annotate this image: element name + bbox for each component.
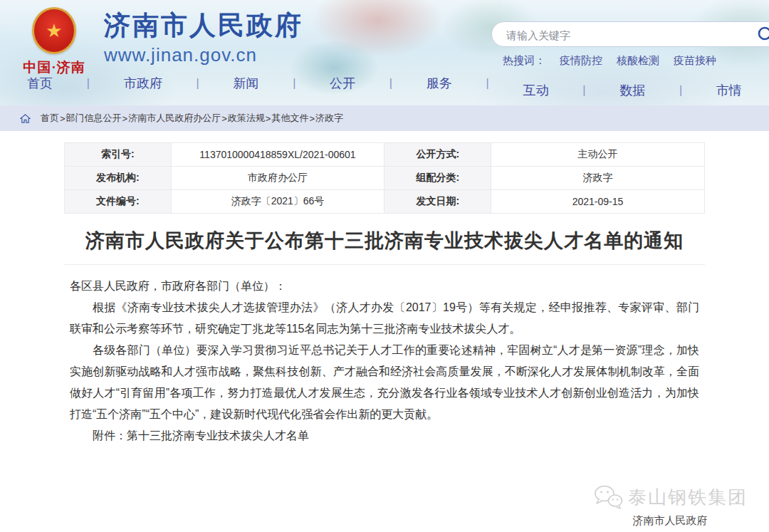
breadcrumb-item-current: 济政字 [315, 112, 343, 125]
document-meta-table: 索引号: 1137010000418859XL/2021-00601 公开方式:… [64, 142, 705, 214]
hot-search-item[interactable]: 核酸检测 [617, 54, 659, 68]
nav-item-home[interactable]: 首页 [27, 77, 53, 90]
table-row: 索引号: 1137010000418859XL/2021-00601 公开方式:… [65, 143, 705, 167]
document-page: 索引号: 1137010000418859XL/2021-00601 公开方式:… [0, 131, 769, 447]
breadcrumb-item-dept-info[interactable]: 部门信息公开 [66, 112, 122, 125]
paragraph-body: 根据《济南专业技术拔尖人才选拔管理办法》（济人才办发〔2017〕19号）等有关规… [70, 297, 699, 340]
meta-label: 组配分类: [384, 167, 491, 190]
nav-item-data[interactable]: 数据 [619, 84, 645, 97]
nav-item-city-info[interactable]: 市情 [716, 84, 742, 97]
nav-item-services[interactable]: 服务 [427, 77, 452, 90]
paragraph-body: 各级各部门（单位）要深入学习贯彻习近平总书记关于人才工作的重要论述精神，牢固树立… [70, 340, 699, 425]
chat-bubbles-icon [592, 484, 624, 510]
search-icon[interactable] [757, 26, 769, 44]
meta-label: 索引号: [65, 143, 172, 167]
meta-value-index-number: 1137010000418859XL/2021-00601 [171, 143, 384, 167]
meta-value-document-number: 济政字〔2021〕66号 [171, 190, 384, 214]
search-box[interactable] [491, 21, 769, 47]
nav-divider: | [679, 85, 682, 96]
breadcrumb-separator: > [221, 113, 227, 124]
watermark-text: 泰山钢铁集团 [628, 485, 748, 510]
meta-label: 发文日期: [384, 190, 491, 214]
nav-divider: | [293, 78, 295, 89]
footer: 泰山钢铁集团 济南市人民政府 [592, 484, 748, 528]
nav-divider: | [582, 85, 585, 96]
meta-label: 文件编号: [65, 190, 172, 214]
nav-divider: | [87, 78, 90, 89]
nav-divider: | [196, 78, 199, 89]
nav-item-openness[interactable]: 公开 [330, 77, 355, 90]
nav-item-government[interactable]: 市政府 [124, 77, 162, 90]
site-header: ★ 中国·济南 济南市人民政府 www.jinan.gov.cn 热搜词： 疫情… [0, 0, 769, 105]
document-body: 各区县人民政府，市政府各部门（单位）： 根据《济南专业技术拔尖人才选拔管理办法》… [64, 276, 705, 447]
breadcrumb-separator: > [60, 113, 66, 124]
breadcrumb-separator: > [309, 113, 315, 124]
meta-value-issuing-agency: 市政府办公厅 [171, 167, 384, 190]
breadcrumb: 首页 > 部门信息公开 > 济南市人民政府办公厅 > 政策法规 > 其他文件 >… [0, 105, 769, 131]
watermark: 泰山钢铁集团 [592, 484, 748, 510]
hot-search-bar: 热搜词： 疫情防控 核酸检测 疫苗接种 [491, 54, 769, 68]
site-logo-link[interactable]: ★ 中国·济南 济南市人民政府 www.jinan.gov.cn [19, 4, 303, 77]
nav-divider: | [486, 78, 489, 89]
breadcrumb-item-office[interactable]: 济南市人民政府办公厅 [128, 112, 221, 125]
nav-divider: | [389, 78, 392, 89]
page-title: 济南市人民政府关于公布第十三批济南专业技术拔尖人才名单的通知 [64, 228, 705, 265]
meta-label: 公开方式: [384, 143, 491, 167]
paragraph-salutation: 各区县人民政府，市政府各部门（单位）： [70, 276, 699, 297]
nav-item-news[interactable]: 新闻 [233, 77, 258, 90]
site-name: 济南市人民政府 [104, 11, 303, 41]
nav-item-interaction[interactable]: 互动 [523, 84, 548, 97]
search-input[interactable] [505, 23, 764, 47]
attachment-link[interactable]: 附件：第十三批济南专业技术拔尖人才名单 [70, 425, 699, 447]
home-icon[interactable] [20, 113, 31, 124]
main-navigation: 首页 | 市政府 | 新闻 | 公开 | 服务 | 互动 | 数据 | 市情 [0, 73, 769, 108]
hot-search-label: 热搜词： [503, 54, 545, 68]
table-row: 发布机构: 市政府办公厅 组配分类: 济政字 [65, 167, 705, 190]
table-row: 文件编号: 济政字〔2021〕66号 发文日期: 2021-09-15 [65, 190, 705, 214]
site-url: www.jinan.gov.cn [104, 44, 303, 66]
meta-value-publicity-type: 主动公开 [491, 143, 705, 167]
breadcrumb-separator: > [266, 113, 271, 124]
meta-value-category: 济政字 [491, 167, 705, 190]
footer-site-name: 济南市人民政府 [592, 514, 748, 528]
meta-label: 发布机构: [65, 167, 172, 190]
breadcrumb-item-other-docs[interactable]: 其他文件 [271, 112, 308, 125]
national-emblem-logo: ★ [32, 7, 76, 54]
breadcrumb-item-policy[interactable]: 政策法规 [228, 112, 265, 125]
hot-search-item[interactable]: 疫苗接种 [674, 54, 716, 68]
breadcrumb-item-home[interactable]: 首页 [41, 112, 59, 125]
breadcrumb-separator: > [122, 113, 128, 124]
hot-search-item[interactable]: 疫情防控 [560, 54, 602, 68]
meta-value-issue-date: 2021-09-15 [491, 190, 705, 214]
